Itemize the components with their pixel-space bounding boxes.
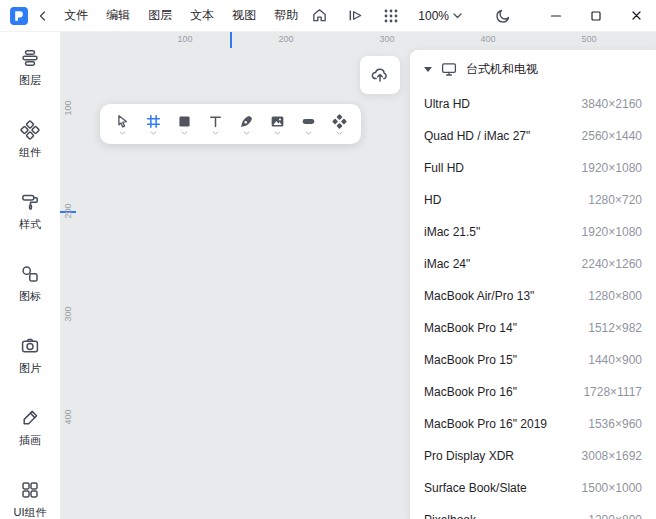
layers-icon: [20, 48, 40, 68]
home-icon[interactable]: [306, 4, 332, 28]
preset-name: HD: [424, 193, 441, 207]
zoom-dropdown[interactable]: 100%: [414, 7, 466, 25]
titlebar: 文件编辑图层文本视图帮助 100%: [0, 0, 656, 32]
preset-row[interactable]: MacBook Pro 16" 2019 1536×960: [410, 408, 656, 440]
monitor-icon: [441, 61, 457, 77]
pen-tool[interactable]: [232, 106, 260, 142]
caret-down-icon: [424, 67, 432, 72]
preset-group-header[interactable]: 台式机和电视: [410, 50, 656, 88]
frame-tool[interactable]: [139, 106, 167, 142]
moon-icon[interactable]: [490, 4, 516, 28]
upload-button[interactable]: [360, 56, 400, 94]
sidebar-item-styles[interactable]: 样式: [0, 192, 60, 232]
preset-row[interactable]: MacBook Pro 14" 1512×982: [410, 312, 656, 344]
chevron-down-icon: [453, 13, 462, 19]
preset-size: 1200×800: [588, 513, 642, 519]
menu-item[interactable]: 编辑: [98, 4, 138, 27]
preset-name: iMac 24": [424, 257, 470, 271]
preset-size: 1280×800: [588, 289, 642, 303]
sidebar-item-components[interactable]: 组件: [0, 120, 60, 160]
sidebar-item-label: 插画: [19, 433, 41, 448]
chevron-down-icon: [305, 131, 312, 135]
sidebar-item-layers[interactable]: 图层: [0, 48, 60, 88]
preset-name: MacBook Pro 15": [424, 353, 517, 367]
sidebar-item-label: 图标: [19, 289, 41, 304]
preset-group-title: 台式机和电视: [466, 61, 538, 78]
preset-name: MacBook Pro 16": [424, 385, 517, 399]
app-logo[interactable]: [10, 7, 28, 25]
preset-size: 2560×1440: [582, 129, 642, 143]
slice-tool[interactable]: [294, 106, 322, 142]
preset-size: 1920×1080: [582, 225, 642, 239]
preset-size: 1920×1080: [582, 161, 642, 175]
sidebar-item-images[interactable]: 图片: [0, 336, 60, 376]
chevron-down-icon: [212, 131, 219, 135]
sidebar-item-label: 图层: [19, 73, 41, 88]
shapes-icon: [20, 264, 40, 284]
text-tool[interactable]: [201, 106, 229, 142]
preset-size: 2240×1260: [582, 257, 642, 271]
chevron-down-icon: [181, 131, 188, 135]
sidebar-item-ui-components[interactable]: UI组件: [0, 480, 60, 519]
close-icon[interactable]: [616, 0, 656, 32]
preset-row[interactable]: MacBook Air/Pro 13" 1280×800: [410, 280, 656, 312]
preset-row[interactable]: iMac 24" 2240×1260: [410, 248, 656, 280]
chevron-left-icon[interactable]: [35, 7, 50, 25]
pen-icon: [20, 408, 40, 428]
image-icon: [269, 113, 286, 130]
menu-item[interactable]: 视图: [224, 4, 264, 27]
apps-grid-icon[interactable]: [378, 4, 404, 28]
grid-squares-icon: [20, 480, 40, 500]
chevron-down-icon: [150, 131, 157, 135]
menu-item[interactable]: 图层: [140, 4, 180, 27]
preset-row[interactable]: Surface Book/Slate 1500×1000: [410, 472, 656, 504]
sidebar-item-icons[interactable]: 图标: [0, 264, 60, 304]
rectangle-icon: [176, 113, 193, 130]
preset-name: Surface Book/Slate: [424, 481, 527, 495]
menu-item[interactable]: 文件: [56, 4, 96, 27]
component-tool[interactable]: [325, 106, 353, 142]
select-tool[interactable]: [108, 106, 136, 142]
chevron-down-icon: [119, 131, 126, 135]
preset-size: 1536×960: [588, 417, 642, 431]
preset-row[interactable]: Ultra HD 3840×2160: [410, 88, 656, 120]
v-ruler-label: 100: [63, 100, 73, 115]
preset-name: Full HD: [424, 161, 464, 175]
preset-row[interactable]: MacBook Pro 16" 1728×1117: [410, 376, 656, 408]
menu-bar: 文件编辑图层文本视图帮助: [56, 4, 306, 27]
chevron-down-icon: [243, 131, 250, 135]
preset-row[interactable]: Pixelbook 1200×800: [410, 504, 656, 519]
canvas[interactable]: 100200300400500 100200300400: [60, 32, 656, 519]
minimize-icon[interactable]: [536, 0, 576, 32]
preset-name: Pro Display XDR: [424, 449, 514, 463]
app-window: 文件编辑图层文本视图帮助 100%: [0, 0, 656, 519]
preset-size: 1280×720: [588, 193, 642, 207]
maximize-icon[interactable]: [576, 0, 616, 32]
preset-size: 1512×982: [588, 321, 642, 335]
frame-preset-panel: 台式机和电视 Ultra HD 3840×2160 Quad HD / iMac…: [410, 50, 656, 519]
v-ruler-label: 300: [63, 306, 73, 321]
preset-name: MacBook Pro 14": [424, 321, 517, 335]
rectangle-tool[interactable]: [170, 106, 198, 142]
ruler-cursor-tick: [230, 32, 232, 48]
image-tool[interactable]: [263, 106, 291, 142]
preset-row[interactable]: Quad HD / iMac 27" 2560×1440: [410, 120, 656, 152]
h-ruler-label: 100: [177, 34, 192, 44]
menu-item[interactable]: 帮助: [266, 4, 306, 27]
preset-row[interactable]: Full HD 1920×1080: [410, 152, 656, 184]
sidebar-item-illustrations[interactable]: 插画: [0, 408, 60, 448]
preset-row[interactable]: HD 1280×720: [410, 184, 656, 216]
titlebar-actions: 100%: [306, 0, 656, 32]
preset-name: Pixelbook: [424, 513, 476, 519]
v-ruler-label: 400: [63, 409, 73, 424]
pill-icon: [300, 113, 317, 130]
present-icon[interactable]: [342, 4, 368, 28]
preset-row[interactable]: MacBook Pro 15" 1440×900: [410, 344, 656, 376]
camera-icon: [20, 336, 40, 356]
preset-row[interactable]: Pro Display XDR 3008×1692: [410, 440, 656, 472]
preset-name: Quad HD / iMac 27": [424, 129, 530, 143]
menu-item[interactable]: 文本: [182, 4, 222, 27]
sidebar-item-label: 样式: [19, 217, 41, 232]
preset-row[interactable]: iMac 21.5" 1920×1080: [410, 216, 656, 248]
chevron-down-icon: [274, 131, 281, 135]
